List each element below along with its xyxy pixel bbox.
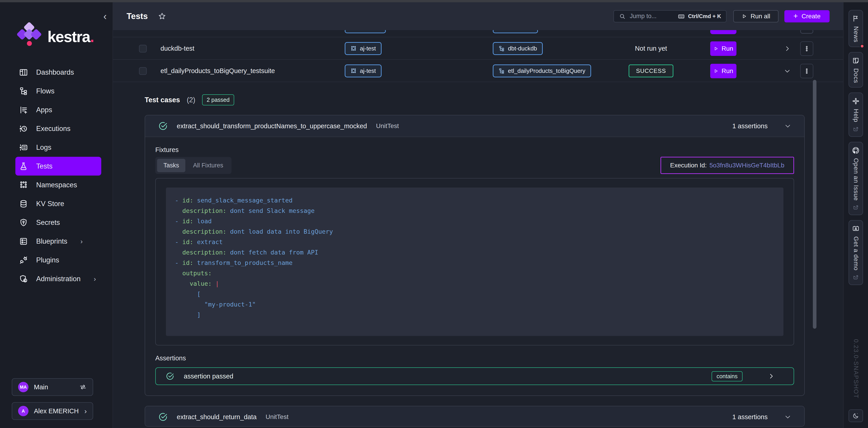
collapse-chevron-down-icon[interactable] <box>784 68 791 75</box>
sidebar-item-dashboards[interactable]: Dashboards <box>16 63 101 82</box>
test-case-name: extract_should_transform_productNames_to… <box>177 122 367 130</box>
chip-sliver <box>493 30 538 33</box>
rail-tab-label: Help <box>852 109 860 122</box>
test-case-header[interactable]: extract_should_transform_productNames_to… <box>145 115 804 137</box>
fixtures-code-editor[interactable]: - id: send_slack_message_started descrip… <box>166 188 783 336</box>
scrollbar-thumb[interactable] <box>813 80 816 329</box>
code-line: - id: transform_to_products_name <box>175 258 774 268</box>
kestra-logo[interactable]: kestra. <box>18 23 113 50</box>
namespace-chip[interactable]: aj-test <box>345 64 381 77</box>
test-case-body: Fixtures Tasks All Fixtures Execution Id… <box>145 146 804 395</box>
test-cases-title: Test cases <box>145 96 180 104</box>
assertions-count: 1 assertions <box>733 413 768 421</box>
namespace-chip[interactable]: aj-test <box>345 42 381 55</box>
sidebar-item-label: Plugins <box>36 256 59 264</box>
run-button[interactable]: Run <box>710 64 737 78</box>
user-menu[interactable]: A Alex EMERICH › <box>12 402 93 420</box>
tab-tasks[interactable]: Tasks <box>157 159 185 172</box>
tenant-name: Main <box>34 383 48 391</box>
assertion-operator-chip: contains <box>712 371 743 381</box>
right-rail: NewsDocsHelpOpen an IssueGet a demo 0.23… <box>843 2 868 428</box>
sidebar-item-flows[interactable]: Flows <box>16 82 101 101</box>
row-menu-button[interactable] <box>800 64 813 78</box>
run-all-button[interactable]: Run all <box>733 10 778 22</box>
theme-toggle-button[interactable] <box>848 409 863 422</box>
sidebar-nav: DashboardsFlowsAppsExecutionsLogsTestsNa… <box>0 63 113 288</box>
sidebar-item-label: Tests <box>36 162 53 170</box>
chevron-down-icon[interactable] <box>784 413 791 420</box>
sidebar-item-executions[interactable]: Executions <box>16 119 101 138</box>
search-shortcut: Ctrl/Cmd + K <box>678 13 721 20</box>
apps-icon <box>19 106 28 114</box>
tenant-switcher[interactable]: MA Main <box>12 378 93 396</box>
test-name[interactable]: etl_dailyProducts_toBigQuery_testsuite <box>160 60 275 82</box>
test-case-name: extract_should_return_data <box>177 413 256 421</box>
expand-chevron-right-icon[interactable] <box>784 45 791 52</box>
rail-tab-news[interactable]: News <box>848 10 863 47</box>
code-line: description: dont send Slack message <box>175 206 774 216</box>
table-row-partial <box>113 30 843 37</box>
sidebar-collapse-icon[interactable]: ‹ <box>103 11 107 21</box>
dashboards-icon <box>19 68 28 77</box>
test-name[interactable]: duckdb-test <box>160 37 194 60</box>
external-link-icon <box>853 205 859 210</box>
row-checkbox[interactable] <box>139 45 147 53</box>
rail-tab-get-a-demo[interactable]: Get a demo <box>848 220 863 285</box>
play-icon <box>713 68 718 74</box>
namespace-icon <box>350 46 357 52</box>
kestra-logo-icon <box>18 23 41 50</box>
row-menu-button[interactable] <box>800 41 813 56</box>
kestra-logo-text: kestra. <box>48 28 94 46</box>
kebab-icon <box>803 45 810 52</box>
version-label: 0.23.0-SNAPSHOT <box>852 339 860 399</box>
sidebar-item-blueprints[interactable]: Blueprints› <box>16 232 101 251</box>
code-line: outputs: <box>175 268 774 279</box>
sidebar-item-secrets[interactable]: Secrets <box>16 213 101 232</box>
code-line: - id: load <box>175 216 774 226</box>
sidebar-item-label: Administration <box>36 275 81 283</box>
code-line: - id: send_slack_message_started <box>175 195 774 206</box>
code-line: description: dont load data into BigQuer… <box>175 226 774 237</box>
executions-icon <box>19 124 28 133</box>
sidebar-item-namespaces[interactable]: Namespaces <box>16 175 101 194</box>
sidebar-item-label: Flows <box>36 87 55 95</box>
star-icon[interactable] <box>158 12 166 21</box>
assertions-label: Assertions <box>155 354 794 362</box>
rail-tab-help[interactable]: Help <box>848 92 863 137</box>
page-title: Tests <box>127 11 148 21</box>
sidebar-item-administration[interactable]: Administration› <box>16 269 101 288</box>
search-input[interactable]: Jump to... Ctrl/Cmd + K <box>614 10 726 22</box>
check-circle-icon <box>158 121 168 131</box>
sidebar-item-logs[interactable]: Logs <box>16 138 101 157</box>
plugins-icon <box>19 256 28 265</box>
table-row-duckdb-test: duckdb-test aj-test dbt-duckdb Not run y… <box>113 37 843 60</box>
sidebar-item-kv-store[interactable]: KV Store <box>16 194 101 213</box>
sidebar: ‹ kestra. DashboardsFlowsAppsExecutionsL… <box>0 2 113 428</box>
assertion-row[interactable]: assertion passed contains <box>155 367 794 385</box>
kebab-icon <box>803 68 810 75</box>
flow-chip[interactable]: dbt-duckdb <box>493 42 543 55</box>
test-case-header[interactable]: extract_should_return_data UnitTest 1 as… <box>145 406 804 427</box>
rail-tab-open-an-issue[interactable]: Open an Issue <box>848 142 863 216</box>
github-icon <box>852 147 860 154</box>
execution-id-box: Execution Id: 5o3fn8u3WHisGeT4bItbLb <box>660 157 794 174</box>
execution-id-link[interactable]: 5o3fn8u3WHisGeT4bItbLb <box>709 162 784 169</box>
chevron-right-icon: › <box>81 237 83 245</box>
create-button[interactable]: + Create <box>784 10 830 22</box>
run-button[interactable]: Run <box>710 41 737 56</box>
tab-all-fixtures[interactable]: All Fixtures <box>187 159 230 172</box>
sidebar-item-tests[interactable]: Tests <box>16 157 101 175</box>
test-cases-heading: Test cases (2) 2 passed <box>145 94 843 106</box>
sidebar-item-apps[interactable]: Apps <box>16 101 101 119</box>
window-top-strip <box>0 0 868 2</box>
rail-tab-label: Open an Issue <box>852 158 860 201</box>
sidebar-item-label: Dashboards <box>36 68 74 77</box>
row-checkbox[interactable] <box>139 67 147 75</box>
chevron-right-icon[interactable] <box>768 373 775 379</box>
sidebar-item-label: Blueprints <box>36 237 67 246</box>
code-line: [ <box>175 289 774 299</box>
rail-tab-docs[interactable]: Docs <box>848 52 863 88</box>
chevron-down-icon[interactable] <box>784 123 791 130</box>
chevron-right-icon: › <box>94 275 96 283</box>
sidebar-item-plugins[interactable]: Plugins <box>16 251 101 269</box>
